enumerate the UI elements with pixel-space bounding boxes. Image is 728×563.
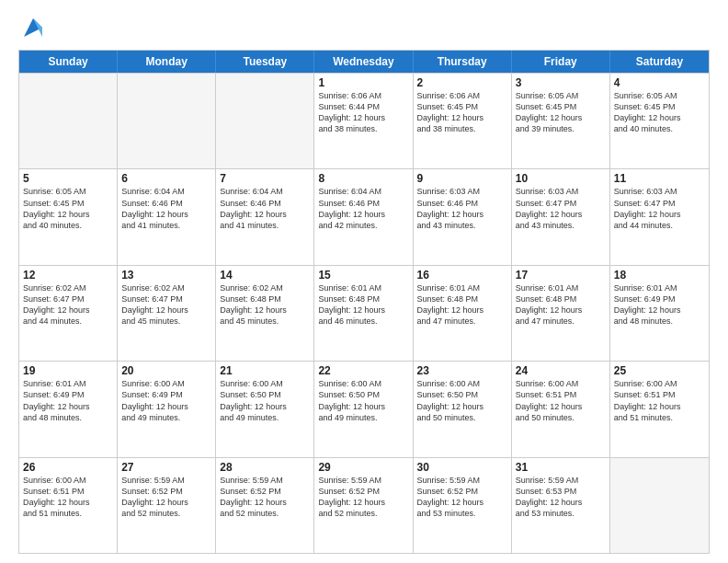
day-info: Sunrise: 6:00 AM Sunset: 6:50 PM Dayligh… <box>417 378 507 423</box>
logo-icon <box>20 15 46 40</box>
day-number: 30 <box>417 461 507 474</box>
calendar-cell: 10Sunrise: 6:03 AM Sunset: 6:47 PM Dayli… <box>512 169 610 264</box>
day-info: Sunrise: 6:03 AM Sunset: 6:47 PM Dayligh… <box>614 186 705 231</box>
day-number: 29 <box>318 461 408 474</box>
calendar-cell: 17Sunrise: 6:01 AM Sunset: 6:48 PM Dayli… <box>512 266 610 361</box>
day-number: 7 <box>220 172 310 185</box>
calendar-cell: 3Sunrise: 6:05 AM Sunset: 6:45 PM Daylig… <box>512 74 610 168</box>
calendar-cell <box>118 74 216 168</box>
weekday-header-wednesday: Wednesday <box>314 51 413 73</box>
day-info: Sunrise: 6:04 AM Sunset: 6:46 PM Dayligh… <box>121 186 211 231</box>
day-info: Sunrise: 6:02 AM Sunset: 6:48 PM Dayligh… <box>220 282 310 327</box>
calendar-cell: 7Sunrise: 6:04 AM Sunset: 6:46 PM Daylig… <box>216 169 314 264</box>
weekday-header-tuesday: Tuesday <box>216 51 314 73</box>
day-number: 11 <box>614 172 705 185</box>
day-number: 23 <box>417 364 507 377</box>
day-info: Sunrise: 5:59 AM Sunset: 6:52 PM Dayligh… <box>220 475 310 520</box>
day-number: 16 <box>417 269 507 282</box>
day-info: Sunrise: 6:01 AM Sunset: 6:48 PM Dayligh… <box>417 282 507 327</box>
day-info: Sunrise: 6:00 AM Sunset: 6:51 PM Dayligh… <box>23 475 113 520</box>
day-info: Sunrise: 6:00 AM Sunset: 6:51 PM Dayligh… <box>516 378 606 423</box>
day-info: Sunrise: 6:01 AM Sunset: 6:49 PM Dayligh… <box>614 282 705 327</box>
day-number: 1 <box>318 76 408 89</box>
calendar-cell: 24Sunrise: 6:00 AM Sunset: 6:51 PM Dayli… <box>512 362 610 456</box>
calendar-cell: 26Sunrise: 6:00 AM Sunset: 6:51 PM Dayli… <box>19 458 118 553</box>
weekday-header-friday: Friday <box>512 51 610 73</box>
day-number: 28 <box>220 461 310 474</box>
day-number: 18 <box>614 269 705 282</box>
day-info: Sunrise: 6:06 AM Sunset: 6:45 PM Dayligh… <box>417 90 507 135</box>
day-info: Sunrise: 6:05 AM Sunset: 6:45 PM Dayligh… <box>516 90 606 135</box>
calendar-cell: 12Sunrise: 6:02 AM Sunset: 6:47 PM Dayli… <box>19 266 118 361</box>
calendar-cell: 9Sunrise: 6:03 AM Sunset: 6:46 PM Daylig… <box>414 169 512 264</box>
day-info: Sunrise: 6:04 AM Sunset: 6:46 PM Dayligh… <box>318 186 408 231</box>
calendar-cell: 13Sunrise: 6:02 AM Sunset: 6:47 PM Dayli… <box>118 266 216 361</box>
calendar-header-row: SundayMondayTuesdayWednesdayThursdayFrid… <box>19 51 709 73</box>
weekday-header-saturday: Saturday <box>610 51 709 73</box>
calendar-cell: 23Sunrise: 6:00 AM Sunset: 6:50 PM Dayli… <box>414 362 512 456</box>
day-number: 6 <box>121 172 211 185</box>
calendar-cell: 28Sunrise: 5:59 AM Sunset: 6:52 PM Dayli… <box>216 458 314 553</box>
calendar-cell <box>610 458 709 553</box>
day-number: 22 <box>318 364 408 377</box>
weekday-header-monday: Monday <box>118 51 216 73</box>
day-number: 13 <box>121 269 211 282</box>
day-number: 27 <box>121 461 211 474</box>
weekday-header-sunday: Sunday <box>19 51 118 73</box>
day-info: Sunrise: 5:59 AM Sunset: 6:52 PM Dayligh… <box>417 475 507 520</box>
day-number: 8 <box>318 172 408 185</box>
logo <box>18 15 46 40</box>
day-number: 14 <box>220 269 310 282</box>
calendar-row-2: 5Sunrise: 6:05 AM Sunset: 6:45 PM Daylig… <box>19 168 709 264</box>
day-number: 4 <box>614 76 705 89</box>
calendar-body: 1Sunrise: 6:06 AM Sunset: 6:44 PM Daylig… <box>19 73 709 553</box>
calendar-row-4: 19Sunrise: 6:01 AM Sunset: 6:49 PM Dayli… <box>19 361 709 456</box>
day-info: Sunrise: 6:05 AM Sunset: 6:45 PM Dayligh… <box>23 186 113 231</box>
calendar-cell: 29Sunrise: 5:59 AM Sunset: 6:52 PM Dayli… <box>314 458 413 553</box>
calendar-row-3: 12Sunrise: 6:02 AM Sunset: 6:47 PM Dayli… <box>19 265 709 361</box>
day-info: Sunrise: 6:00 AM Sunset: 6:50 PM Dayligh… <box>220 378 310 423</box>
day-info: Sunrise: 6:04 AM Sunset: 6:46 PM Dayligh… <box>220 186 310 231</box>
calendar-cell: 2Sunrise: 6:06 AM Sunset: 6:45 PM Daylig… <box>414 74 512 168</box>
calendar-cell: 16Sunrise: 6:01 AM Sunset: 6:48 PM Dayli… <box>414 266 512 361</box>
calendar-cell: 6Sunrise: 6:04 AM Sunset: 6:46 PM Daylig… <box>118 169 216 264</box>
day-info: Sunrise: 6:01 AM Sunset: 6:49 PM Dayligh… <box>23 378 113 423</box>
day-number: 2 <box>417 76 507 89</box>
calendar-cell: 4Sunrise: 6:05 AM Sunset: 6:45 PM Daylig… <box>610 74 709 168</box>
day-info: Sunrise: 6:00 AM Sunset: 6:50 PM Dayligh… <box>318 378 408 423</box>
day-info: Sunrise: 6:02 AM Sunset: 6:47 PM Dayligh… <box>23 282 113 327</box>
day-info: Sunrise: 5:59 AM Sunset: 6:52 PM Dayligh… <box>121 475 211 520</box>
calendar-cell: 30Sunrise: 5:59 AM Sunset: 6:52 PM Dayli… <box>414 458 512 553</box>
calendar: SundayMondayTuesdayWednesdayThursdayFrid… <box>18 50 710 554</box>
calendar-row-5: 26Sunrise: 6:00 AM Sunset: 6:51 PM Dayli… <box>19 457 709 553</box>
calendar-cell: 27Sunrise: 5:59 AM Sunset: 6:52 PM Dayli… <box>118 458 216 553</box>
calendar-cell: 25Sunrise: 6:00 AM Sunset: 6:51 PM Dayli… <box>610 362 709 456</box>
day-info: Sunrise: 6:00 AM Sunset: 6:49 PM Dayligh… <box>121 378 211 423</box>
day-number: 12 <box>23 269 113 282</box>
calendar-cell <box>216 74 314 168</box>
calendar-cell: 21Sunrise: 6:00 AM Sunset: 6:50 PM Dayli… <box>216 362 314 456</box>
day-info: Sunrise: 6:00 AM Sunset: 6:51 PM Dayligh… <box>614 378 705 423</box>
calendar-cell <box>19 74 118 168</box>
day-info: Sunrise: 6:01 AM Sunset: 6:48 PM Dayligh… <box>516 282 606 327</box>
day-number: 5 <box>23 172 113 185</box>
calendar-cell: 11Sunrise: 6:03 AM Sunset: 6:47 PM Dayli… <box>610 169 709 264</box>
day-number: 3 <box>516 76 606 89</box>
calendar-cell: 14Sunrise: 6:02 AM Sunset: 6:48 PM Dayli… <box>216 266 314 361</box>
header <box>18 15 710 40</box>
calendar-cell: 15Sunrise: 6:01 AM Sunset: 6:48 PM Dayli… <box>314 266 413 361</box>
day-number: 9 <box>417 172 507 185</box>
day-number: 20 <box>121 364 211 377</box>
day-info: Sunrise: 6:02 AM Sunset: 6:47 PM Dayligh… <box>121 282 211 327</box>
day-number: 10 <box>516 172 606 185</box>
day-info: Sunrise: 6:06 AM Sunset: 6:44 PM Dayligh… <box>318 90 408 135</box>
day-info: Sunrise: 6:05 AM Sunset: 6:45 PM Dayligh… <box>614 90 705 135</box>
calendar-cell: 19Sunrise: 6:01 AM Sunset: 6:49 PM Dayli… <box>19 362 118 456</box>
calendar-cell: 20Sunrise: 6:00 AM Sunset: 6:49 PM Dayli… <box>118 362 216 456</box>
calendar-cell: 8Sunrise: 6:04 AM Sunset: 6:46 PM Daylig… <box>314 169 413 264</box>
day-info: Sunrise: 5:59 AM Sunset: 6:53 PM Dayligh… <box>516 475 606 520</box>
weekday-header-thursday: Thursday <box>414 51 512 73</box>
day-info: Sunrise: 6:03 AM Sunset: 6:47 PM Dayligh… <box>516 186 606 231</box>
calendar-cell: 22Sunrise: 6:00 AM Sunset: 6:50 PM Dayli… <box>314 362 413 456</box>
day-number: 31 <box>516 461 606 474</box>
